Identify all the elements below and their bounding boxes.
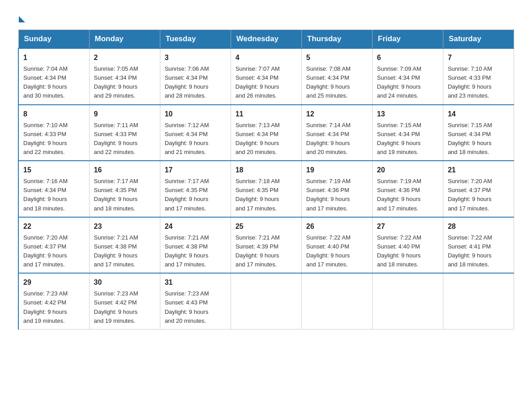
calendar-cell: 7Sunrise: 7:10 AMSunset: 4:33 PMDaylight… (443, 48, 514, 105)
logo-triangle-icon (19, 16, 25, 22)
day-info: Sunrise: 7:20 AMSunset: 4:37 PMDaylight:… (448, 177, 509, 213)
day-info: Sunrise: 7:17 AMSunset: 4:35 PMDaylight:… (165, 177, 226, 213)
day-info: Sunrise: 7:21 AMSunset: 4:38 PMDaylight:… (165, 233, 226, 270)
day-info: Sunrise: 7:23 AMSunset: 4:43 PMDaylight:… (165, 289, 226, 325)
day-number: 7 (448, 52, 509, 63)
calendar-cell: 2Sunrise: 7:05 AMSunset: 4:34 PMDaylight… (89, 48, 160, 105)
day-number: 10 (165, 109, 226, 120)
day-number: 3 (165, 52, 226, 63)
week-row-3: 15Sunrise: 7:16 AMSunset: 4:34 PMDayligh… (18, 161, 514, 217)
day-number: 12 (306, 109, 368, 120)
calendar-cell: 29Sunrise: 7:23 AMSunset: 4:42 PMDayligh… (18, 273, 89, 329)
calendar-cell: 22Sunrise: 7:20 AMSunset: 4:37 PMDayligh… (18, 217, 89, 274)
day-number: 11 (236, 109, 297, 120)
calendar-cell: 25Sunrise: 7:21 AMSunset: 4:39 PMDayligh… (231, 217, 301, 274)
day-info: Sunrise: 7:07 AMSunset: 4:34 PMDaylight:… (236, 64, 297, 101)
calendar-cell: 24Sunrise: 7:21 AMSunset: 4:38 PMDayligh… (160, 217, 231, 274)
day-number: 2 (94, 52, 155, 63)
weekday-header-wednesday: Wednesday (231, 30, 301, 49)
day-info: Sunrise: 7:11 AMSunset: 4:33 PMDaylight:… (94, 121, 155, 157)
week-row-5: 29Sunrise: 7:23 AMSunset: 4:42 PMDayligh… (18, 273, 514, 329)
calendar-cell: 27Sunrise: 7:22 AMSunset: 4:40 PMDayligh… (372, 217, 443, 274)
day-number: 13 (377, 109, 438, 120)
calendar-cell: 23Sunrise: 7:21 AMSunset: 4:38 PMDayligh… (89, 217, 160, 274)
day-number: 25 (236, 221, 297, 232)
calendar-cell: 15Sunrise: 7:16 AMSunset: 4:34 PMDayligh… (18, 161, 89, 217)
calendar-cell: 28Sunrise: 7:22 AMSunset: 4:41 PMDayligh… (443, 217, 514, 274)
day-info: Sunrise: 7:20 AMSunset: 4:37 PMDaylight:… (23, 233, 85, 270)
day-info: Sunrise: 7:05 AMSunset: 4:34 PMDaylight:… (94, 64, 155, 101)
calendar-cell: 14Sunrise: 7:15 AMSunset: 4:34 PMDayligh… (443, 105, 514, 161)
weekday-header-saturday: Saturday (443, 30, 514, 49)
weekday-header-monday: Monday (89, 30, 160, 49)
day-info: Sunrise: 7:23 AMSunset: 4:42 PMDaylight:… (23, 289, 85, 325)
day-info: Sunrise: 7:14 AMSunset: 4:34 PMDaylight:… (306, 121, 368, 157)
calendar-cell: 6Sunrise: 7:09 AMSunset: 4:34 PMDaylight… (372, 48, 443, 105)
calendar-body: 1Sunrise: 7:04 AMSunset: 4:34 PMDaylight… (18, 48, 514, 329)
day-info: Sunrise: 7:22 AMSunset: 4:40 PMDaylight:… (306, 233, 368, 270)
weekday-header-tuesday: Tuesday (160, 30, 231, 49)
day-number: 28 (448, 221, 509, 232)
day-number: 31 (165, 277, 226, 288)
day-info: Sunrise: 7:12 AMSunset: 4:34 PMDaylight:… (165, 121, 226, 157)
day-number: 5 (306, 52, 368, 63)
day-number: 4 (236, 52, 297, 63)
calendar-cell: 18Sunrise: 7:18 AMSunset: 4:35 PMDayligh… (231, 161, 301, 217)
day-info: Sunrise: 7:13 AMSunset: 4:34 PMDaylight:… (236, 121, 297, 157)
day-info: Sunrise: 7:22 AMSunset: 4:41 PMDaylight:… (448, 233, 509, 270)
calendar-cell (231, 273, 301, 329)
day-number: 23 (94, 221, 155, 232)
calendar-cell: 8Sunrise: 7:10 AMSunset: 4:33 PMDaylight… (18, 105, 89, 161)
calendar-cell: 13Sunrise: 7:15 AMSunset: 4:34 PMDayligh… (372, 105, 443, 161)
day-info: Sunrise: 7:04 AMSunset: 4:34 PMDaylight:… (23, 64, 85, 101)
calendar-cell: 1Sunrise: 7:04 AMSunset: 4:34 PMDaylight… (18, 48, 89, 105)
calendar-cell: 19Sunrise: 7:19 AMSunset: 4:36 PMDayligh… (301, 161, 372, 217)
calendar-cell: 4Sunrise: 7:07 AMSunset: 4:34 PMDaylight… (231, 48, 301, 105)
day-number: 19 (306, 165, 368, 176)
day-info: Sunrise: 7:22 AMSunset: 4:40 PMDaylight:… (377, 233, 438, 270)
day-info: Sunrise: 7:19 AMSunset: 4:36 PMDaylight:… (377, 177, 438, 213)
day-number: 17 (165, 165, 226, 176)
calendar-cell: 21Sunrise: 7:20 AMSunset: 4:37 PMDayligh… (443, 161, 514, 217)
calendar-header: SundayMondayTuesdayWednesdayThursdayFrid… (18, 30, 514, 49)
day-number: 18 (236, 165, 297, 176)
day-info: Sunrise: 7:16 AMSunset: 4:34 PMDaylight:… (23, 177, 85, 213)
calendar-cell: 17Sunrise: 7:17 AMSunset: 4:35 PMDayligh… (160, 161, 231, 217)
day-number: 26 (306, 221, 368, 232)
day-info: Sunrise: 7:15 AMSunset: 4:34 PMDaylight:… (448, 121, 509, 157)
day-info: Sunrise: 7:08 AMSunset: 4:34 PMDaylight:… (306, 64, 368, 101)
day-number: 1 (23, 52, 85, 63)
week-row-2: 8Sunrise: 7:10 AMSunset: 4:33 PMDaylight… (18, 105, 514, 161)
weekday-header-sunday: Sunday (18, 30, 89, 49)
day-number: 21 (448, 165, 509, 176)
calendar-cell: 9Sunrise: 7:11 AMSunset: 4:33 PMDaylight… (89, 105, 160, 161)
day-info: Sunrise: 7:10 AMSunset: 4:33 PMDaylight:… (448, 64, 509, 101)
calendar-cell: 3Sunrise: 7:06 AMSunset: 4:34 PMDaylight… (160, 48, 231, 105)
day-number: 30 (94, 277, 155, 288)
week-row-4: 22Sunrise: 7:20 AMSunset: 4:37 PMDayligh… (18, 217, 514, 274)
calendar-cell (301, 273, 372, 329)
day-info: Sunrise: 7:06 AMSunset: 4:34 PMDaylight:… (165, 64, 226, 101)
page-header (18, 13, 514, 21)
day-number: 29 (23, 277, 85, 288)
day-number: 24 (165, 221, 226, 232)
day-number: 9 (94, 109, 155, 120)
day-info: Sunrise: 7:10 AMSunset: 4:33 PMDaylight:… (23, 121, 85, 157)
calendar-cell: 30Sunrise: 7:23 AMSunset: 4:42 PMDayligh… (89, 273, 160, 329)
calendar-cell: 31Sunrise: 7:23 AMSunset: 4:43 PMDayligh… (160, 273, 231, 329)
day-info: Sunrise: 7:19 AMSunset: 4:36 PMDaylight:… (306, 177, 368, 213)
day-number: 22 (23, 221, 85, 232)
weekday-header-thursday: Thursday (301, 30, 372, 49)
day-number: 15 (23, 165, 85, 176)
day-number: 6 (377, 52, 438, 63)
calendar-cell: 10Sunrise: 7:12 AMSunset: 4:34 PMDayligh… (160, 105, 231, 161)
day-info: Sunrise: 7:21 AMSunset: 4:39 PMDaylight:… (236, 233, 297, 270)
day-number: 16 (94, 165, 155, 176)
weekday-header-friday: Friday (372, 30, 443, 49)
day-info: Sunrise: 7:09 AMSunset: 4:34 PMDaylight:… (377, 64, 438, 101)
day-number: 8 (23, 109, 85, 120)
logo (18, 13, 25, 21)
day-number: 27 (377, 221, 438, 232)
calendar-cell: 5Sunrise: 7:08 AMSunset: 4:34 PMDaylight… (301, 48, 372, 105)
day-info: Sunrise: 7:17 AMSunset: 4:35 PMDaylight:… (94, 177, 155, 213)
